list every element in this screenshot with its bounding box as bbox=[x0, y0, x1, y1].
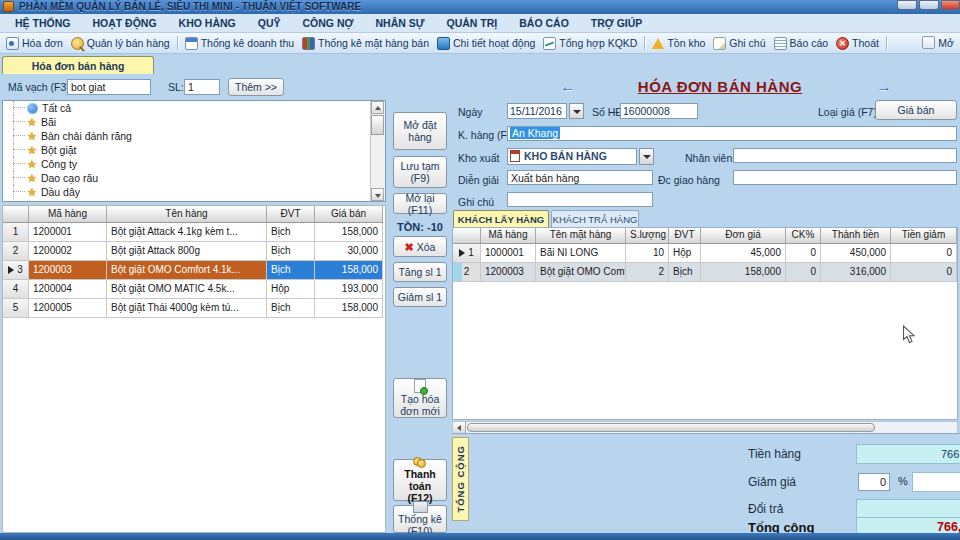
report-icon bbox=[774, 37, 787, 50]
table-cell: 1 bbox=[453, 244, 481, 263]
maximize-button[interactable] bbox=[919, 0, 939, 10]
menu-item[interactable]: BÁO CÁO bbox=[508, 17, 580, 29]
new-invoice-button[interactable]: Tạo hóa đơn mới bbox=[393, 378, 447, 418]
column-header: Tiền giảm bbox=[891, 228, 957, 244]
table-cell: 1200002 bbox=[29, 242, 107, 261]
table-cell: 10 bbox=[626, 244, 669, 263]
tree-item[interactable]: ★Dao cạo râu bbox=[3, 171, 385, 185]
table-row[interactable]: 41200004Bột giặt OMO MATIC 4.5k...Hộp193… bbox=[3, 280, 385, 299]
close-button[interactable] bbox=[941, 0, 960, 10]
toolbar-button-open[interactable]: Mở bbox=[918, 35, 958, 50]
toolbar-button[interactable]: Ghi chú bbox=[709, 36, 769, 51]
stats-button[interactable]: Thống kê (F10) bbox=[393, 505, 447, 533]
reopen-button[interactable]: Mở lại (F11) bbox=[393, 193, 447, 214]
tree-scrollbar[interactable] bbox=[370, 101, 385, 201]
prev-invoice-arrow-icon[interactable]: ← bbox=[560, 78, 576, 96]
tree-item[interactable]: ★Bột giặt bbox=[3, 143, 385, 157]
toolbar-button[interactable]: Chi tiết hoạt động bbox=[433, 36, 539, 51]
scroll-thumb[interactable] bbox=[371, 115, 384, 135]
discount-amount-field[interactable] bbox=[912, 472, 960, 492]
discount-percent-input[interactable]: 0 bbox=[858, 473, 890, 491]
table-cell: 316,000 bbox=[821, 263, 891, 282]
table-row[interactable]: 11000001Bãi NI LONG10Hộp45,0000450,0000 bbox=[453, 244, 957, 263]
delete-x-icon bbox=[405, 241, 417, 253]
warehouse-dropdown-icon[interactable] bbox=[639, 148, 654, 165]
qty-input[interactable] bbox=[184, 79, 220, 95]
open-order-button[interactable]: Mở đặt hàng bbox=[393, 112, 447, 150]
menu-item[interactable]: QUỸ bbox=[247, 17, 292, 29]
tab-khach-tra-hang[interactable]: KHÁCH TRẢ HÀNG bbox=[551, 210, 639, 228]
tree-item[interactable]: ★Dầu dây bbox=[3, 185, 385, 199]
delivery-input[interactable] bbox=[733, 170, 957, 185]
star-icon: ★ bbox=[27, 117, 37, 128]
price-type-button[interactable]: Giá bán bbox=[875, 100, 957, 120]
table-row[interactable]: 21200003Bột giặt OMO Comfor...2Bịch158,0… bbox=[453, 263, 957, 282]
star-icon: ★ bbox=[27, 173, 37, 184]
customer-input[interactable]: An Khang bbox=[507, 126, 957, 141]
menu-item[interactable]: TRỢ GIÚP bbox=[580, 17, 654, 29]
toolbar-separator bbox=[177, 36, 178, 50]
scroll-down-icon[interactable] bbox=[371, 188, 384, 201]
date-dropdown-icon[interactable] bbox=[569, 103, 584, 119]
stock-label: TỒN: bbox=[397, 221, 424, 233]
menu-item[interactable]: NHÂN SỰ bbox=[365, 17, 436, 29]
staff-input[interactable] bbox=[733, 148, 957, 163]
column-header: Tên hàng bbox=[107, 206, 267, 223]
tree-item[interactable]: ★Bàn chải đánh răng bbox=[3, 129, 385, 143]
table-header-row: Mã hàngTên mặt hàngS.lượngĐVTĐơn giáCK%T… bbox=[453, 228, 957, 244]
increase-qty-button[interactable]: Tăng sl 1 bbox=[393, 262, 447, 282]
table-cell: 0 bbox=[786, 244, 821, 263]
percent-label: % bbox=[898, 475, 908, 487]
tree-item-label: Bột giặt bbox=[41, 144, 77, 156]
table-cell: Hộp bbox=[669, 244, 701, 263]
menu-item[interactable]: HỆ THỐNG bbox=[4, 17, 81, 29]
toolbar-button[interactable]: Thoát bbox=[832, 36, 883, 51]
tab-hoa-don-ban-hang[interactable]: Hóa đơn bán hàng bbox=[2, 56, 154, 74]
table-row[interactable]: 11200001Bột giặt Attack 4.1kg kèm t...Bị… bbox=[3, 223, 385, 242]
warehouse-combo[interactable]: KHO BÁN HÀNG bbox=[507, 148, 637, 165]
menu-item[interactable]: KHO HÀNG bbox=[168, 17, 247, 29]
tree-item-label: Bàn chải đánh răng bbox=[41, 130, 132, 142]
table-row[interactable]: 51200005Bột giặt Thái 4000g kèm tú...Bịc… bbox=[3, 299, 385, 318]
tree-item-label: Công ty bbox=[41, 158, 77, 170]
scroll-up-icon[interactable] bbox=[371, 101, 384, 114]
tree-item[interactable]: ★Công ty bbox=[3, 157, 385, 171]
description-input[interactable] bbox=[507, 170, 653, 185]
date-input[interactable]: 15/11/2016 bbox=[507, 103, 567, 119]
pay-button[interactable]: Thanh toán (F12) bbox=[393, 459, 447, 501]
tree-item[interactable]: Tất cả bbox=[3, 101, 385, 115]
invoice-number-input[interactable]: 16000008 bbox=[620, 103, 698, 119]
toolbar-button[interactable]: Hóa đơn bbox=[2, 36, 67, 51]
table-row[interactable]: 21200002Bột giặt Attack 800gBịch30,000 bbox=[3, 242, 385, 261]
date-label: Ngày bbox=[458, 106, 483, 118]
delete-button[interactable]: Xóa bbox=[393, 236, 447, 257]
scroll-left-icon[interactable] bbox=[453, 422, 466, 433]
hscroll-thumb[interactable] bbox=[467, 423, 875, 432]
menu-item[interactable]: CÔNG NỢ bbox=[292, 17, 365, 29]
toolbar-button[interactable]: Tồn kho bbox=[648, 36, 709, 50]
add-button[interactable]: Thêm >> bbox=[228, 78, 284, 96]
table-cell: Bột giặt Attack 800g bbox=[107, 242, 267, 261]
table-row[interactable]: 31200003Bột giặt OMO Comfort 4.1k...Bịch… bbox=[3, 261, 385, 280]
toolbar-button[interactable]: Tổng hợp KQKD bbox=[539, 36, 641, 51]
tab-khach-lay-hang[interactable]: KHÁCH LẤY HÀNG bbox=[453, 210, 549, 228]
toolbar-button[interactable]: Thống kê doanh thu bbox=[181, 36, 298, 51]
note-input[interactable] bbox=[507, 192, 653, 207]
note-icon bbox=[713, 37, 726, 50]
tree-connector bbox=[13, 177, 25, 179]
toolbar-button[interactable]: Thống kê mặt hàng bán bbox=[298, 36, 433, 51]
tree-item-label: Tất cả bbox=[42, 102, 71, 114]
menu-item[interactable]: QUẢN TRỊ bbox=[435, 17, 508, 29]
decrease-qty-button[interactable]: Giảm sl 1 bbox=[393, 287, 447, 307]
next-invoice-arrow-icon[interactable]: → bbox=[876, 78, 892, 96]
toolbar-button-label: Tổng hợp KQKD bbox=[559, 37, 637, 49]
toolbar-button[interactable]: Quản lý bán hàng bbox=[67, 36, 174, 51]
toolbar-button[interactable]: Báo cáo bbox=[770, 36, 833, 51]
tree-item[interactable]: ★Bãi bbox=[3, 115, 385, 129]
barcode-input[interactable] bbox=[67, 79, 151, 95]
table-cell: 2 bbox=[453, 263, 481, 282]
minimize-button[interactable] bbox=[897, 0, 917, 10]
save-temp-button[interactable]: Lưu tạm (F9) bbox=[393, 156, 447, 188]
menu-item[interactable]: HOẠT ĐỘNG bbox=[81, 17, 167, 29]
invoice-number-label: Số HĐ bbox=[592, 106, 623, 118]
